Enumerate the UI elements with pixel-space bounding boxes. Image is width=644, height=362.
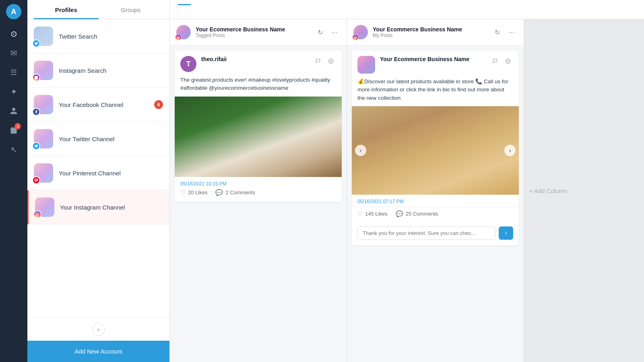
tab-profiles[interactable]: Profiles bbox=[34, 0, 99, 19]
post-header-theo: T theo.rifaii bbox=[175, 50, 342, 76]
avatar-instagram-channel bbox=[35, 197, 54, 217]
svg-point-14 bbox=[355, 37, 356, 38]
reply-send-button[interactable]: › bbox=[499, 226, 513, 240]
sidebar-item-twitter-search[interactable]: Twitter Search bbox=[27, 19, 169, 53]
post-actions-theo bbox=[313, 56, 336, 66]
sidebar-item-pinterest-channel[interactable]: Your Pinterest Channel bbox=[27, 156, 169, 190]
image-next-button[interactable]: › bbox=[504, 145, 516, 156]
sidebar: Profiles Groups Twitter Search Instagram… bbox=[27, 0, 170, 362]
svg-rect-4 bbox=[35, 76, 38, 79]
post-info-theo: theo.rifaii bbox=[201, 56, 308, 62]
svg-rect-6 bbox=[36, 213, 39, 216]
post-settings-button[interactable] bbox=[326, 56, 336, 66]
column-header-tagged: Your Ecommerce Business Name Tagged Post… bbox=[170, 19, 347, 45]
post-flag-button[interactable] bbox=[313, 56, 323, 66]
likes-count-business: 145 Likes bbox=[365, 211, 388, 217]
col-actions-tagged: ↻ ⋯ bbox=[314, 27, 340, 38]
col-instagram-icon-2 bbox=[352, 34, 359, 41]
main-header bbox=[170, 0, 644, 19]
post-info-business: Your Ecommerce Business Name bbox=[380, 56, 485, 62]
sidebar-collapse: ‹ bbox=[27, 318, 169, 341]
col-name-tagged: Your Ecommerce Business Name bbox=[196, 26, 310, 33]
image-prev-button[interactable]: ‹ bbox=[355, 145, 366, 156]
pinterest-icon bbox=[32, 176, 40, 184]
svg-point-10 bbox=[178, 37, 179, 38]
svg-point-8 bbox=[38, 213, 39, 214]
comment-icon-business: 💬 bbox=[396, 210, 403, 218]
reply-input[interactable] bbox=[357, 226, 495, 240]
col-avatar-tagged bbox=[176, 25, 191, 39]
reply-area: › bbox=[352, 223, 519, 245]
sidebar-item-facebook-channel[interactable]: Your Facebook Channel 8 bbox=[27, 88, 169, 122]
instagram-channel-icon bbox=[33, 210, 41, 218]
col-refresh-button-myposts[interactable]: ↻ bbox=[491, 27, 503, 38]
post-likes-theo: ♡ 20 Likes bbox=[180, 189, 207, 196]
col-refresh-button-tagged[interactable]: ↻ bbox=[314, 27, 326, 38]
facebook-badge: 8 bbox=[154, 100, 163, 109]
main-tab-active[interactable] bbox=[178, 4, 191, 15]
post-image-beauty bbox=[352, 106, 519, 195]
svg-rect-13 bbox=[354, 36, 357, 39]
post-avatar-business bbox=[357, 56, 375, 74]
svg-point-16 bbox=[507, 60, 509, 62]
post-card-business: Your Ecommerce Business Name 💰Discover o… bbox=[352, 50, 519, 245]
post-header-business: Your Ecommerce Business Name bbox=[352, 50, 519, 78]
comments-count-business: 25 Comments bbox=[406, 211, 438, 217]
svg-point-7 bbox=[37, 214, 38, 215]
post-text-business: 💰Discover our latest products available … bbox=[352, 78, 519, 106]
avatar-facebook-channel bbox=[34, 95, 53, 114]
nav-item-compose[interactable]: ☰ bbox=[5, 64, 23, 81]
likes-count-theo: 20 Likes bbox=[188, 189, 207, 195]
nav-item-calendar[interactable]: 3 bbox=[5, 121, 23, 139]
sidebar-label-pinterest-channel: Your Pinterest Channel bbox=[59, 170, 163, 177]
comments-count-theo: 2 Comments bbox=[225, 189, 255, 195]
nav-badge: 3 bbox=[14, 123, 21, 130]
collapse-button[interactable]: ‹ bbox=[92, 323, 105, 336]
nav-item-inbox[interactable]: ✉ bbox=[5, 44, 23, 62]
col-more-button-myposts[interactable]: ⋯ bbox=[506, 27, 517, 38]
sidebar-label-instagram-channel: Your Instagram Channel bbox=[60, 204, 163, 211]
sidebar-tabs: Profiles Groups bbox=[27, 0, 169, 19]
post-username-business: Your Ecommerce Business Name bbox=[380, 56, 485, 62]
post-comments-theo: 💬 2 Comments bbox=[215, 189, 255, 196]
sidebar-item-instagram-search[interactable]: Instagram Search bbox=[27, 53, 169, 88]
post-actions-business bbox=[490, 56, 513, 66]
col-sub-myposts: My Posts bbox=[373, 33, 487, 38]
facebook-icon bbox=[32, 108, 40, 116]
main-content: Your Ecommerce Business Name Tagged Post… bbox=[170, 0, 644, 362]
nav-item-select[interactable]: ↖ bbox=[5, 141, 23, 158]
post-flag-button-2[interactable] bbox=[490, 56, 500, 66]
sidebar-item-instagram-channel[interactable]: Your Instagram Channel bbox=[27, 190, 169, 224]
add-account-button[interactable]: Add New Account bbox=[27, 341, 169, 362]
sidebar-label-instagram-search: Instagram Search bbox=[59, 67, 163, 74]
col-more-button-tagged[interactable]: ⋯ bbox=[329, 27, 340, 38]
twitter-channel-icon bbox=[32, 142, 40, 150]
post-likes-business: ♡ 145 Likes bbox=[357, 210, 388, 218]
instagram-icon bbox=[32, 74, 40, 82]
post-footer-business: ♡ 145 Likes 💬 25 Comments bbox=[352, 207, 519, 223]
add-column-label: + Add Column bbox=[529, 187, 568, 194]
svg-point-5 bbox=[37, 76, 37, 77]
comment-icon-theo: 💬 bbox=[215, 189, 223, 196]
sidebar-items-list: Twitter Search Instagram Search Your Fac… bbox=[27, 19, 169, 318]
post-username-theo: theo.rifaii bbox=[201, 56, 308, 62]
app-logo[interactable]: A bbox=[6, 4, 21, 19]
post-settings-button-2[interactable] bbox=[503, 56, 513, 66]
col-body-myposts: Your Ecommerce Business Name 💰Discover o… bbox=[347, 45, 524, 362]
sidebar-label-facebook-channel: Your Facebook Channel bbox=[59, 101, 149, 108]
tab-groups[interactable]: Groups bbox=[99, 0, 163, 19]
post-card-theo: T theo.rifaii The g bbox=[175, 50, 342, 202]
col-avatar-myposts bbox=[353, 25, 368, 39]
post-image-shopping bbox=[175, 97, 342, 177]
nav-item-analytics[interactable]: ✦ bbox=[5, 83, 23, 101]
avatar-twitter-search bbox=[34, 27, 53, 46]
avatar-twitter-channel bbox=[34, 129, 53, 148]
add-column-area[interactable]: + Add Column bbox=[524, 19, 572, 362]
svg-point-12 bbox=[330, 60, 332, 62]
sidebar-label-twitter-search: Twitter Search bbox=[59, 33, 163, 40]
post-footer-theo: ♡ 20 Likes 💬 2 Comments bbox=[175, 189, 342, 202]
post-avatar-theo: T bbox=[180, 56, 196, 72]
nav-item-contacts[interactable] bbox=[5, 102, 23, 120]
nav-item-dashboard[interactable]: ⊙ bbox=[5, 25, 23, 43]
sidebar-item-twitter-channel[interactable]: Your Twitter Channel bbox=[27, 122, 169, 156]
